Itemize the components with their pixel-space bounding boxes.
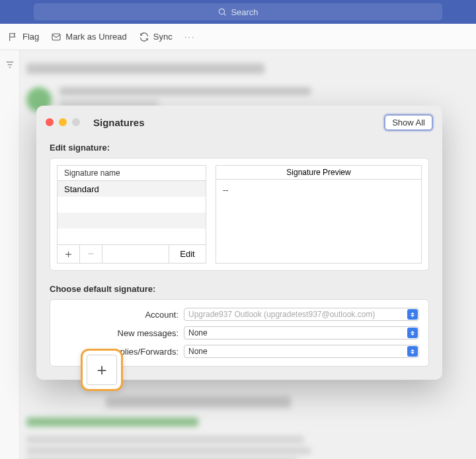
account-label: Account: [60,310,178,320]
edit-signature-panel: Signature name Standard ＋ − Edit Signatu… [50,158,429,271]
modal-titlebar: Signatures Show All [36,106,442,139]
close-window-button[interactable] [46,118,54,126]
zoom-window-button [72,118,80,126]
flag-label: Flag [22,32,39,42]
sync-icon [139,32,149,42]
signature-row[interactable]: Standard [58,181,206,197]
window-controls [46,118,80,126]
app-titlebar: Search [0,0,476,24]
add-signature-button[interactable]: ＋ [58,245,80,263]
new-messages-value: None [188,328,208,337]
flag-icon [8,32,19,42]
search-icon [218,7,227,17]
svg-line-1 [224,14,226,16]
preview-header: Signature Preview [216,166,421,180]
mail-icon [51,32,61,42]
new-messages-select[interactable]: None [184,326,419,339]
plus-icon: + [87,355,117,385]
message-toolbar: Flag Mark as Unread Sync ··· [0,24,476,50]
signature-row[interactable] [58,197,206,213]
preview-body: -- [216,180,421,263]
search-placeholder: Search [231,7,258,17]
replies-value: None [188,347,208,356]
account-value: Upgrade937 Outlook (upgradetest937@outlo… [188,310,375,319]
signature-preview: Signature Preview -- [216,165,422,264]
add-signature-highlight[interactable]: + [81,349,123,391]
new-messages-label: New messages: [60,328,178,338]
unread-label: Mark as Unread [65,32,126,42]
signature-list-buttons: ＋ − Edit [57,245,206,264]
signature-name-header: Signature name [57,165,206,181]
more-button[interactable]: ··· [184,32,196,42]
flag-button[interactable]: Flag [8,32,39,42]
minimize-window-button[interactable] [59,118,67,126]
sync-button[interactable]: Sync [139,32,173,42]
mark-unread-button[interactable]: Mark as Unread [51,32,126,42]
edit-signature-label: Edit signature: [36,139,442,158]
svg-rect-2 [52,34,60,40]
remove-signature-button: − [80,245,102,263]
replies-select[interactable]: None [184,345,419,358]
signature-row[interactable] [58,229,206,244]
more-label: ··· [184,32,196,42]
modal-title: Signatures [93,117,145,128]
show-all-button[interactable]: Show All [384,114,433,131]
svg-point-0 [219,9,225,14]
signature-list: Signature name Standard ＋ − Edit [57,165,206,264]
signature-rows[interactable]: Standard [57,181,206,245]
global-search[interactable]: Search [34,3,442,20]
edit-signature-button[interactable]: Edit [169,245,206,263]
signatures-modal: Signatures Show All Edit signature: Sign… [36,106,442,380]
sync-label: Sync [153,32,173,42]
chevron-updown-icon [407,346,418,357]
chevron-updown-icon [407,328,418,338]
account-select[interactable]: Upgrade937 Outlook (upgradetest937@outlo… [184,308,419,321]
signature-row[interactable] [58,213,206,229]
choose-default-label: Choose default signature: [36,280,442,299]
chevron-updown-icon [407,309,418,320]
